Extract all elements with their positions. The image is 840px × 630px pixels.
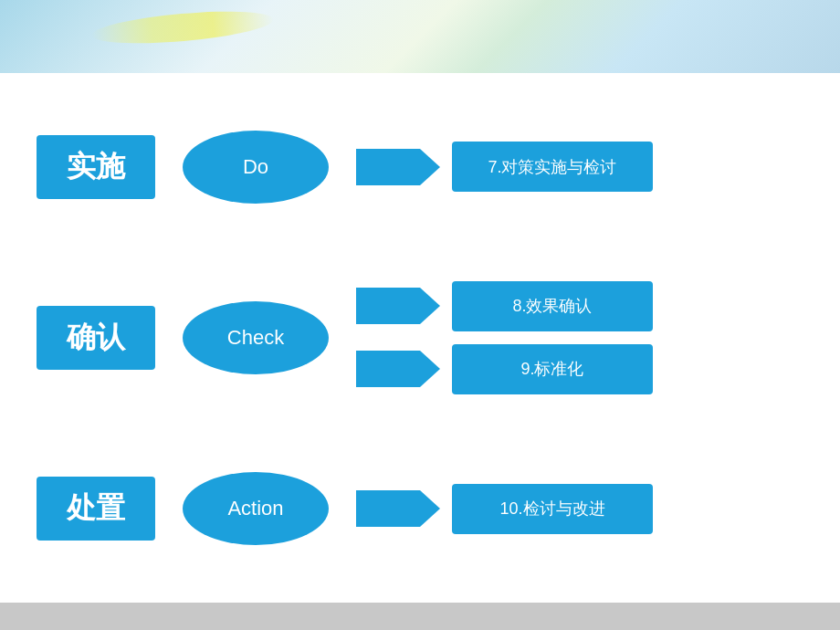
arrow-group-action: 10.检讨与改进 [356, 484, 653, 534]
arrow-action [356, 490, 420, 527]
result-do-1: 7.对策实施与检讨 [452, 142, 653, 192]
main-content: 实施 Do 7.对策实施与检讨 确认 Check 8.效果确认 [0, 73, 840, 603]
arrow-row-check-2: 9.标准化 [356, 344, 653, 394]
oval-do: Do [183, 131, 329, 204]
check-arrows-group: 8.效果确认 9.标准化 [356, 281, 653, 394]
label-shishi: 实施 [37, 135, 155, 199]
header-banner [0, 0, 840, 73]
row-queren: 确认 Check 8.效果确认 9.标准化 [37, 281, 803, 394]
oval-check: Check [183, 301, 329, 374]
footer-bar [0, 603, 840, 630]
result-check-2: 9.标准化 [452, 344, 653, 394]
arrow-row-check-1: 8.效果确认 [356, 281, 653, 331]
row-chuzhi: 处置 Action 10.检讨与改进 [37, 472, 803, 545]
label-chuzhi: 处置 [37, 477, 155, 541]
row-shishi: 实施 Do 7.对策实施与检讨 [37, 131, 803, 204]
oval-action: Action [183, 472, 329, 545]
arrow-group-do: 7.对策实施与检讨 [356, 142, 653, 192]
arrow-check-2 [356, 351, 420, 387]
arrow-do [356, 149, 420, 185]
result-action-1: 10.检讨与改进 [452, 484, 653, 534]
label-queren: 确认 [37, 306, 155, 370]
arrow-check-1 [356, 288, 420, 324]
result-check-1: 8.效果确认 [452, 281, 653, 331]
